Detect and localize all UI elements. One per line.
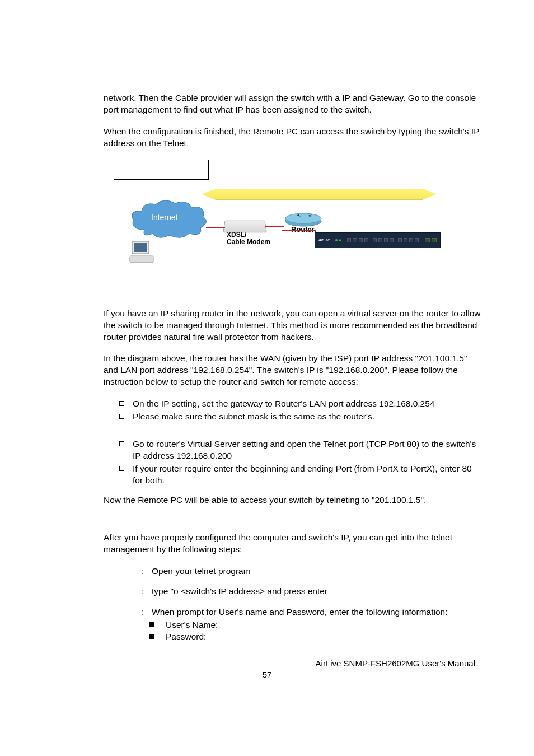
computer-icon xyxy=(129,238,157,266)
list-item: User's Name: xyxy=(149,619,481,631)
list-item: Go to router's Virtual Server setting an… xyxy=(119,438,481,462)
cloud-label: Internet xyxy=(151,212,177,223)
network-diagram: Internet XDSL/ Cable Modem Router AirLiv… xyxy=(112,160,442,277)
svg-rect-1 xyxy=(134,243,147,252)
list-item: Please make sure the subnet mask is the … xyxy=(119,411,481,423)
diagram-textbox xyxy=(114,160,209,180)
step-item: :When prompt for User's name and Passwor… xyxy=(142,606,481,618)
modem-label: XDSL/ Cable Modem xyxy=(227,231,270,246)
paragraph: In the diagram above, the router has the… xyxy=(104,353,481,388)
credentials-list: User's Name: Password: xyxy=(149,619,481,643)
svg-rect-2 xyxy=(130,256,153,263)
router-list: Go to router's Virtual Server setting an… xyxy=(104,438,481,487)
step-item: :type "o <switch's IP address> and press… xyxy=(142,586,481,598)
list-item: On the IP setting, set the gateway to Ro… xyxy=(119,398,481,410)
square-bullet-icon xyxy=(119,414,124,419)
paragraph: network. Then the Cable provider will as… xyxy=(104,92,481,116)
paragraph: Now the Remote PC will be able to access… xyxy=(104,494,481,506)
diagram-wire xyxy=(265,226,284,227)
diagram-arrow xyxy=(202,189,437,200)
filled-square-bullet-icon xyxy=(149,634,154,639)
square-bullet-icon xyxy=(119,441,124,446)
list-item: If your router require enter the beginni… xyxy=(119,463,481,487)
paragraph: After you have properly configured the c… xyxy=(104,532,481,556)
diagram-wire xyxy=(206,227,225,228)
switch-icon: AirLive xyxy=(315,232,441,248)
list-item: Password: xyxy=(149,631,481,643)
page-number: 57 xyxy=(0,669,534,680)
svg-point-4 xyxy=(285,213,321,223)
switch-list: On the IP setting, set the gateway to Ro… xyxy=(104,398,481,423)
step-item: :Open your telnet program xyxy=(142,566,481,577)
filled-square-bullet-icon xyxy=(149,622,154,627)
paragraph: If you have an IP sharing router in the … xyxy=(104,308,481,343)
square-bullet-icon xyxy=(119,466,124,471)
diagram-wire xyxy=(282,230,316,231)
paragraph: When the configuration is finished, the … xyxy=(104,126,481,150)
footer-manual-title: AirLive SNMP-FSH2602MG User's Manual xyxy=(316,658,475,669)
square-bullet-icon xyxy=(119,401,124,406)
